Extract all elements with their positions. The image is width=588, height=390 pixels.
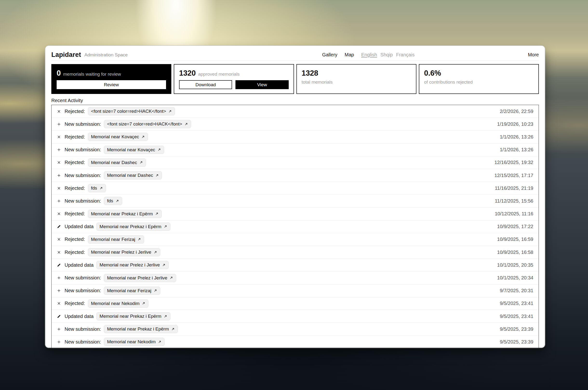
- stat-card-waiting: 0 memorials waiting for review Review: [51, 64, 171, 94]
- nav-map[interactable]: Map: [345, 52, 354, 57]
- x-icon: [56, 109, 61, 114]
- lang-francais[interactable]: Français: [396, 52, 415, 57]
- activity-label: Rejected:: [65, 249, 85, 255]
- plus-icon: [56, 173, 61, 178]
- rejected-pct: 0.6%: [424, 69, 534, 78]
- memorial-name: Memorial near Prelez i Jerlive: [100, 262, 160, 268]
- memorial-name: <font size=7 color=red>HACK</font>: [107, 121, 182, 127]
- x-icon: [56, 160, 61, 165]
- approved-count: 1320: [179, 69, 196, 78]
- activity-label: New submission:: [65, 275, 101, 281]
- plus-icon: [56, 340, 61, 344]
- review-button[interactable]: Review: [57, 80, 166, 89]
- activity-row: Rejected: Memorial near Kovaçec 1/1/2026…: [52, 130, 538, 143]
- activity-timestamp: 10/9/2025, 16:58: [497, 249, 533, 255]
- activity-timestamp: 9/5/2025, 23:41: [500, 301, 533, 306]
- memorial-name: fds: [91, 186, 97, 191]
- memorial-chip[interactable]: <font size=7 color=red>HACK</font>: [88, 107, 175, 115]
- activity-timestamp: 1/1/2026, 13:26: [500, 147, 533, 152]
- memorial-chip[interactable]: Memorial near Kovaçec: [104, 146, 164, 154]
- stat-card-total: 1328 total memorials: [296, 64, 416, 94]
- lang-english[interactable]: English: [361, 52, 377, 57]
- activity-row: Rejected: Memorial near Prekaz i Epërm 1…: [52, 207, 538, 220]
- external-link-icon: [154, 289, 157, 292]
- external-link-icon: [184, 122, 188, 126]
- external-link-icon: [141, 135, 145, 139]
- activity-label: Updated data: [65, 262, 94, 268]
- memorial-chip[interactable]: Memorial near Prekaz i Epërm: [88, 210, 162, 218]
- recent-activity-heading: Recent Activity: [51, 97, 539, 104]
- app-title: Lapidaret: [51, 51, 81, 58]
- activity-timestamp: 10/12/2025, 11:16: [495, 211, 533, 217]
- activity-list: Rejected: <font size=7 color=red>HACK</f…: [51, 105, 539, 348]
- activity-label: Rejected:: [65, 109, 85, 114]
- memorial-chip[interactable]: Memorial near Dashec: [88, 158, 146, 167]
- memorial-chip[interactable]: Memorial near Prekaz i Epërm: [104, 325, 178, 333]
- stat-card-approved: 1320 approved memorials Download View: [174, 64, 294, 94]
- approved-label: approved memorials: [198, 72, 240, 77]
- memorial-chip[interactable]: Memorial near Kovaçec: [88, 133, 148, 141]
- memorial-chip[interactable]: Memorial near Prekaz i Epërm: [96, 312, 170, 320]
- activity-row: Rejected: Memorial near Dashec 12/16/202…: [52, 156, 538, 169]
- memorial-chip[interactable]: Memorial near Nekodim: [104, 338, 164, 346]
- nav-gallery[interactable]: Gallery: [322, 52, 337, 57]
- activity-label: New submission:: [65, 198, 101, 204]
- header: Lapidaret Administration Space Gallery M…: [51, 46, 539, 61]
- memorial-chip[interactable]: <font size=7 color=red>HACK</font>: [104, 120, 191, 128]
- memorial-chip[interactable]: Memorial near Ferizaj: [104, 287, 160, 295]
- memorial-chip[interactable]: Memorial near Nekodim: [88, 299, 149, 308]
- external-link-icon: [168, 110, 172, 113]
- external-link-icon: [99, 187, 103, 190]
- activity-label: Rejected:: [65, 186, 85, 191]
- view-button[interactable]: View: [235, 80, 288, 89]
- memorial-chip[interactable]: fds: [104, 197, 122, 205]
- external-link-icon: [164, 225, 167, 228]
- memorial-chip[interactable]: Memorial near Prelez i Jerlive: [96, 261, 169, 269]
- activity-row: New submission: Memorial near Dashec 12/…: [52, 169, 538, 182]
- activity-timestamp: 11/12/2025, 15:56: [495, 198, 533, 204]
- x-icon: [56, 237, 61, 242]
- external-link-icon: [115, 199, 119, 203]
- activity-row: New submission: Memorial near Prelez i J…: [52, 271, 538, 284]
- activity-label: Updated data: [65, 314, 94, 319]
- plus-icon: [56, 288, 61, 293]
- stats-row: 0 memorials waiting for review Review 13…: [51, 64, 539, 94]
- memorial-name: Memorial near Nekodim: [91, 301, 140, 306]
- external-link-icon: [169, 276, 173, 280]
- memorial-chip[interactable]: Memorial near Prekaz i Epërm: [96, 223, 170, 231]
- language-switcher: English Shqip Français: [361, 52, 415, 57]
- activity-label: Rejected:: [65, 160, 85, 165]
- plus-icon: [56, 147, 61, 152]
- activity-label: Rejected:: [65, 237, 85, 242]
- total-label: total memorials: [302, 80, 411, 85]
- activity-label: New submission:: [65, 288, 101, 293]
- memorial-chip[interactable]: fds: [88, 184, 106, 192]
- memorial-chip[interactable]: Memorial near Prelez i Jerlive: [104, 274, 176, 282]
- activity-timestamp: 1/1/2026, 13:26: [500, 134, 533, 140]
- plus-icon: [56, 198, 61, 203]
- memorial-name: Memorial near Prekaz i Epërm: [100, 224, 161, 229]
- memorial-name: Memorial near Prekaz i Epërm: [91, 211, 153, 217]
- download-button[interactable]: Download: [179, 80, 232, 89]
- external-link-icon: [137, 238, 141, 241]
- memorial-name: Memorial near Prelez i Jerlive: [107, 275, 167, 281]
- activity-row: Rejected: Memorial near Ferizaj 10/9/202…: [52, 233, 538, 246]
- activity-row: New submission: Memorial near Prekaz i E…: [52, 323, 538, 335]
- memorial-chip[interactable]: Memorial near Ferizaj: [88, 235, 144, 244]
- memorial-chip[interactable]: Memorial near Dashec: [104, 171, 162, 180]
- activity-row: Rejected: Memorial near Nekodim 9/5/2025…: [52, 297, 538, 310]
- pencil-icon: [56, 314, 61, 319]
- waiting-count: 0: [57, 69, 61, 78]
- memorial-name: Memorial near Kovaçec: [91, 134, 139, 140]
- activity-timestamp: 9/5/2025, 23:39: [500, 326, 533, 332]
- lang-shqip[interactable]: Shqip: [380, 52, 393, 57]
- memorial-name: Memorial near Prekaz i Epërm: [100, 314, 161, 319]
- memorial-chip[interactable]: Memorial near Prelez i Jerlive: [88, 248, 160, 256]
- header-nav: Gallery Map English Shqip Français More: [322, 52, 539, 57]
- external-link-icon: [162, 263, 165, 267]
- total-count: 1328: [302, 69, 411, 78]
- activity-timestamp: 10/9/2025, 17:22: [497, 224, 533, 229]
- activity-label: New submission:: [65, 326, 101, 332]
- activity-label: New submission:: [65, 121, 101, 127]
- nav-more[interactable]: More: [528, 52, 539, 57]
